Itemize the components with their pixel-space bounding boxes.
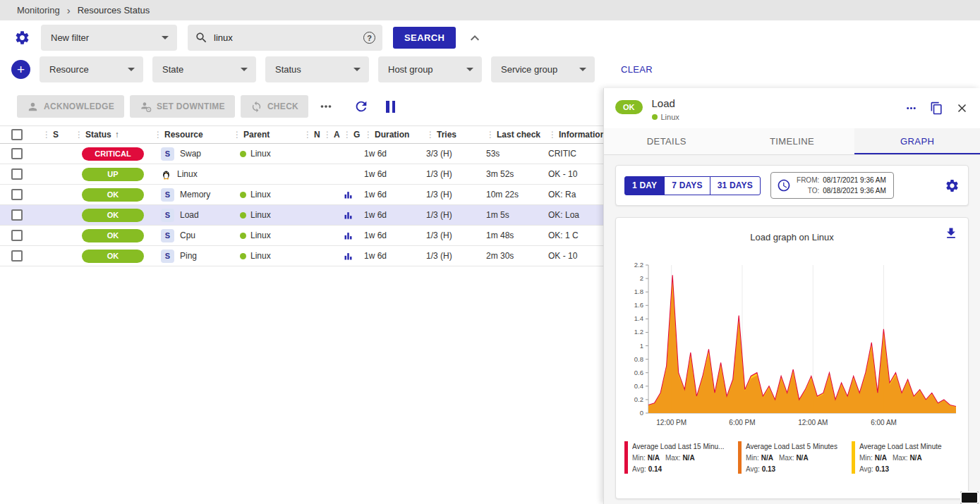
parent-name: Linux: [250, 251, 271, 261]
svg-text:1: 1: [640, 342, 643, 350]
status-badge: OK: [82, 229, 144, 242]
legend-item[interactable]: Average Load Last 5 Minutes Min: N/AMax:…: [738, 441, 846, 475]
legend-item[interactable]: Average Load Last 15 Minu... Min: N/AMax…: [624, 441, 732, 475]
refresh-icon[interactable]: [344, 99, 369, 114]
graph-icon[interactable]: [343, 210, 353, 221]
chevron-up-icon[interactable]: [466, 30, 483, 47]
svg-text:0: 0: [640, 409, 643, 417]
column-header-parent[interactable]: ⋮Parent: [231, 130, 302, 140]
period-7-days-button[interactable]: 7 DAYS: [664, 176, 710, 195]
select-label: Service group: [501, 64, 557, 75]
column-header-duration[interactable]: ⋮Duration: [363, 130, 425, 140]
download-icon[interactable]: [944, 226, 958, 240]
resource-name: Swap: [180, 149, 201, 159]
chevron-down-icon: [579, 68, 586, 71]
row-checkbox[interactable]: [11, 189, 23, 200]
service-icon: S: [161, 209, 174, 222]
tries-value: 1/3 (H): [425, 205, 485, 225]
host-status-dot: [240, 212, 246, 219]
status-select[interactable]: Status: [265, 56, 369, 82]
legend-color-bar: [624, 441, 628, 474]
drag-handle-icon: ⋮: [364, 130, 373, 140]
tab-graph[interactable]: GRAPH: [854, 128, 980, 154]
check-button[interactable]: CHECK: [241, 95, 308, 118]
clock-icon: [777, 178, 791, 192]
drag-handle-icon: ⋮: [426, 130, 435, 140]
column-header-last-check[interactable]: ⋮Last check: [485, 130, 547, 140]
select-all-checkbox[interactable]: [11, 129, 23, 140]
svg-text:0.6: 0.6: [634, 369, 643, 376]
period-1-day-button[interactable]: 1 DAY: [624, 176, 665, 195]
clear-filters-button[interactable]: CLEAR: [621, 64, 653, 75]
drag-handle-icon: ⋮: [42, 130, 51, 140]
drag-handle-icon: ⋮: [343, 130, 351, 140]
to-value: 08/18/2021 9:36 AM: [823, 185, 886, 196]
last-check-value: 1m 48s: [485, 226, 547, 245]
corner-widget-icon[interactable]: [960, 491, 979, 504]
host-status-dot: [240, 151, 246, 157]
resource-select[interactable]: Resource: [40, 56, 143, 82]
copy-link-icon[interactable]: [930, 102, 943, 115]
sort-asc-icon: ↑: [115, 130, 119, 140]
row-checkbox[interactable]: [11, 209, 23, 221]
svg-text:6:00 PM: 6:00 PM: [729, 419, 755, 426]
pause-icon[interactable]: [386, 101, 395, 113]
column-header-severity[interactable]: ⋮S: [41, 130, 73, 140]
graph-icon[interactable]: [343, 190, 353, 200]
tab-details[interactable]: DETAILS: [604, 128, 730, 154]
host-group-select[interactable]: Host group: [378, 56, 482, 82]
tab-timeline[interactable]: TIMELINE: [730, 128, 855, 154]
from-value: 08/17/2021 9:36 AM: [823, 175, 886, 185]
chevron-down-icon: [241, 68, 248, 71]
select-all-cell: [0, 129, 41, 140]
parent-name: Linux: [250, 210, 271, 220]
chevron-down-icon: [162, 36, 169, 39]
select-label: State: [162, 64, 183, 75]
state-select[interactable]: State: [152, 56, 256, 82]
set-downtime-button[interactable]: SET DOWNTIME: [130, 95, 235, 118]
duration-value: 1w 6d: [363, 205, 425, 225]
add-filter-button[interactable]: +: [11, 60, 30, 79]
column-header-n[interactable]: ⋮N: [302, 130, 322, 140]
status-badge: OK: [82, 250, 144, 263]
chevron-right-icon: ›: [67, 5, 71, 16]
saved-filter-select[interactable]: New filter: [41, 25, 177, 51]
column-header-tries[interactable]: ⋮Tries: [425, 130, 485, 140]
resource-name: Linux: [177, 169, 198, 179]
svg-text:0.8: 0.8: [634, 355, 643, 363]
period-31-days-button[interactable]: 31 DAYS: [710, 176, 761, 195]
more-actions-icon[interactable]: [314, 99, 338, 114]
search-input[interactable]: [214, 32, 358, 43]
status-badge: UP: [82, 168, 144, 181]
acknowledge-button[interactable]: ACKNOWLEDGE: [17, 95, 124, 118]
breadcrumb-item-monitoring[interactable]: Monitoring: [17, 5, 60, 16]
graph-icon[interactable]: [343, 251, 353, 262]
graph-icon[interactable]: [343, 231, 353, 241]
row-checkbox[interactable]: [11, 230, 23, 241]
legend-series-name: Average Load Last Minute: [859, 441, 942, 453]
column-header-resource[interactable]: ⋮Resource: [152, 130, 231, 140]
row-checkbox[interactable]: [11, 168, 23, 180]
help-icon[interactable]: ?: [363, 32, 375, 44]
graph-settings-gear-icon[interactable]: [945, 178, 960, 193]
row-checkbox[interactable]: [11, 148, 23, 159]
close-icon[interactable]: [955, 102, 969, 115]
search-button[interactable]: SEARCH: [393, 27, 456, 49]
filter-settings-gear-icon[interactable]: [14, 30, 30, 46]
row-checkbox[interactable]: [11, 250, 23, 262]
load-chart[interactable]: 00.20.40.60.811.21.41.61.822.212:00 PM6:…: [623, 259, 962, 434]
column-header-a[interactable]: ⋮A: [322, 130, 341, 140]
search-box[interactable]: ?: [188, 25, 382, 51]
panel-parent-name: Linux: [661, 113, 679, 121]
column-header-status[interactable]: ⋮Status↑: [73, 130, 152, 140]
last-check-value: 2m 30s: [485, 246, 547, 266]
drag-handle-icon: ⋮: [486, 130, 495, 140]
resource-name: Load: [180, 210, 199, 220]
service-group-select[interactable]: Service group: [491, 56, 595, 82]
date-range-picker[interactable]: FROM: 08/17/2021 9:36 AM TO: 08/18/2021 …: [770, 172, 894, 199]
parent-name: Linux: [250, 190, 271, 199]
duration-value: 1w 6d: [363, 144, 425, 164]
column-header-g[interactable]: ⋮G: [341, 130, 363, 140]
legend-item[interactable]: Average Load Last Minute Min: N/AMax: N/…: [852, 441, 960, 475]
panel-more-actions-icon[interactable]: [905, 102, 918, 115]
